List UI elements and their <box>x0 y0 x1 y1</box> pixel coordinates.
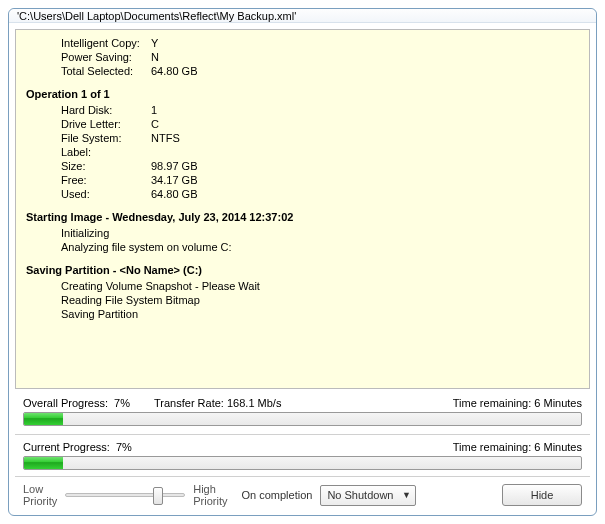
log-row: Label: <box>26 145 579 159</box>
transfer-rate-label: Transfer Rate: 168.1 Mb/s <box>154 397 281 409</box>
current-progress-label: Current Progress: 7% <box>23 441 132 453</box>
log-line: Reading File System Bitmap <box>26 293 579 307</box>
high-priority-label: High Priority <box>193 483 227 507</box>
log-row-key: Hard Disk: <box>26 103 151 117</box>
log-line: Saving Partition <box>26 307 579 321</box>
chevron-down-icon: ▼ <box>399 490 413 500</box>
dialog-window: 'C:\Users\Dell Laptop\Documents\Reflect\… <box>8 8 597 516</box>
log-row: Size:98.97 GB <box>26 159 579 173</box>
log-row-key: Used: <box>26 187 151 201</box>
log-row-value: C <box>151 117 579 131</box>
log-row: Used:64.80 GB <box>26 187 579 201</box>
log-row: Hard Disk:1 <box>26 103 579 117</box>
priority-slider-thumb[interactable] <box>153 487 163 505</box>
log-row: File System:NTFS <box>26 131 579 145</box>
overall-time-remaining: Time remaining: 6 Minutes <box>453 397 582 409</box>
log-row-key: File System: <box>26 131 151 145</box>
current-progress-bar <box>23 456 582 470</box>
footer: Low Priority High Priority On completion… <box>15 476 590 515</box>
log-row-key: Label: <box>26 145 151 159</box>
on-completion-select[interactable]: No Shutdown ▼ <box>320 485 416 506</box>
priority-slider[interactable] <box>65 485 185 505</box>
operation-heading: Operation 1 of 1 <box>26 88 579 100</box>
log-row-value: 1 <box>151 103 579 117</box>
log-panel: Intelligent Copy:YPower Saving:NTotal Se… <box>15 29 590 389</box>
titlebar: 'C:\Users\Dell Laptop\Documents\Reflect\… <box>9 9 596 23</box>
log-row-value: Y <box>151 36 579 50</box>
log-row: Drive Letter:C <box>26 117 579 131</box>
log-row-value: 64.80 GB <box>151 64 579 78</box>
log-line: Initializing <box>26 226 579 240</box>
log-row-key: Free: <box>26 173 151 187</box>
log-row: Total Selected:64.80 GB <box>26 64 579 78</box>
current-progress-block: Current Progress: 7% Time remaining: 6 M… <box>15 437 590 474</box>
log-row-key: Size: <box>26 159 151 173</box>
separator <box>15 434 590 435</box>
overall-progress-block: Overall Progress: 7% Transfer Rate: 168.… <box>15 389 590 430</box>
log-row-value: 34.17 GB <box>151 173 579 187</box>
log-row-key: Power Saving: <box>26 50 151 64</box>
log-row-value <box>151 145 579 159</box>
log-row: Free:34.17 GB <box>26 173 579 187</box>
log-row-value: 98.97 GB <box>151 159 579 173</box>
saving-heading: Saving Partition - <No Name> (C:) <box>26 264 579 276</box>
client-area: Intelligent Copy:YPower Saving:NTotal Se… <box>9 23 596 515</box>
log-row-key: Drive Letter: <box>26 117 151 131</box>
log-line: Analyzing file system on volume C: <box>26 240 579 254</box>
current-time-remaining: Time remaining: 6 Minutes <box>453 441 582 453</box>
log-row-key: Intelligent Copy: <box>26 36 151 50</box>
on-completion-label: On completion <box>241 489 312 501</box>
on-completion-value: No Shutdown <box>327 489 393 501</box>
overall-progress-label: Overall Progress: 7% <box>23 397 130 409</box>
log-row: Power Saving:N <box>26 50 579 64</box>
log-row-value: 64.80 GB <box>151 187 579 201</box>
hide-button[interactable]: Hide <box>502 484 582 506</box>
log-row: Intelligent Copy:Y <box>26 36 579 50</box>
current-progress-fill <box>24 457 63 469</box>
starting-heading: Starting Image - Wednesday, July 23, 201… <box>26 211 579 223</box>
log-line: Creating Volume Snapshot - Please Wait <box>26 279 579 293</box>
overall-progress-bar <box>23 412 582 426</box>
overall-progress-fill <box>24 413 63 425</box>
log-row-value: NTFS <box>151 131 579 145</box>
log-row-value: N <box>151 50 579 64</box>
log-row-key: Total Selected: <box>26 64 151 78</box>
low-priority-label: Low Priority <box>23 483 57 507</box>
window-title: 'C:\Users\Dell Laptop\Documents\Reflect\… <box>17 10 296 22</box>
